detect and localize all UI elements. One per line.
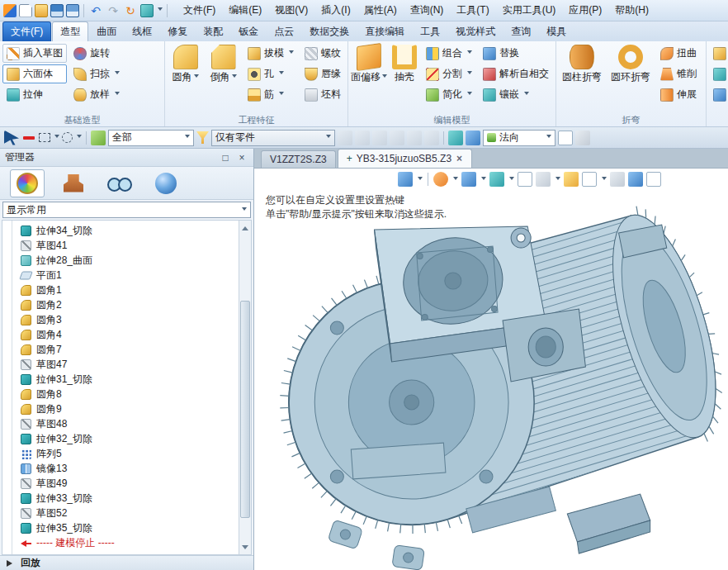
- save-all-icon[interactable]: [66, 4, 79, 17]
- filter-datum-icon[interactable]: [424, 131, 439, 145]
- part-filter-combo[interactable]: 仅有零件: [211, 130, 335, 146]
- new-file-icon[interactable]: [19, 4, 32, 17]
- color-filter-icon[interactable]: [91, 131, 106, 145]
- tree-item[interactable]: 圆角2: [2, 297, 239, 312]
- dropdown-arrow-icon[interactable]: [453, 177, 458, 183]
- panel-restore-icon[interactable]: □: [219, 151, 232, 164]
- tree-item[interactable]: 平面1: [2, 268, 239, 283]
- sweep-button[interactable]: 扫掠: [69, 64, 124, 83]
- loft-button[interactable]: 放样: [69, 85, 124, 104]
- tree-item[interactable]: 拉伸28_曲面: [2, 253, 239, 268]
- torus-bend-button[interactable]: 圆环折弯: [607, 44, 654, 85]
- resolve-selfintersection-button[interactable]: 解析自相交: [479, 64, 553, 83]
- tab-data-exchange[interactable]: 数据交换: [302, 22, 357, 41]
- motor-housing-model[interactable]: [254, 169, 728, 570]
- regen-icon[interactable]: ↻: [123, 4, 138, 17]
- menu-attributes[interactable]: 属性(A): [357, 0, 404, 21]
- normal-mode-combo[interactable]: 法向: [483, 130, 555, 146]
- rib-button[interactable]: 筋: [243, 85, 298, 104]
- grid-toggle-icon[interactable]: [575, 131, 590, 145]
- menu-edit[interactable]: 编辑(E): [222, 0, 268, 21]
- wrap-button[interactable]: 缠绕: [709, 64, 728, 83]
- dropdown-arrow-icon[interactable]: [418, 177, 423, 183]
- perspective-icon[interactable]: [536, 172, 551, 187]
- tree-item[interactable]: 圆角1: [2, 283, 239, 297]
- tab-wireframe[interactable]: 线框: [125, 22, 159, 41]
- tree-item[interactable]: 拉伸31_切除: [2, 372, 239, 387]
- tab-view-manager[interactable]: [149, 169, 183, 197]
- open-file-icon[interactable]: [35, 4, 48, 17]
- cylinder-bend-button[interactable]: 圆柱折弯: [559, 44, 605, 85]
- combine-button[interactable]: 组合: [422, 44, 476, 63]
- tree-item[interactable]: 草图48: [2, 416, 239, 431]
- appearance-icon[interactable]: [433, 172, 448, 187]
- revolve-button[interactable]: 旋转: [69, 44, 124, 63]
- section-view-icon[interactable]: [564, 172, 579, 187]
- menu-tools[interactable]: 工具(T): [450, 0, 495, 21]
- tab-direct-edit[interactable]: 直接编辑: [357, 22, 412, 41]
- menu-view[interactable]: 视图(V): [268, 0, 314, 21]
- filter-face-icon[interactable]: [355, 131, 370, 145]
- filter-curve-icon[interactable]: [390, 131, 404, 145]
- hole-button[interactable]: 孔: [243, 64, 298, 83]
- tree-item[interactable]: 拉伸35_切除: [2, 520, 239, 535]
- background-icon[interactable]: [582, 172, 597, 187]
- more-tools-icon[interactable]: [646, 172, 661, 187]
- playback-bar[interactable]: 回放: [0, 555, 253, 570]
- tree-item[interactable]: 草图47: [2, 357, 239, 372]
- inlay-button[interactable]: 镶嵌: [479, 85, 553, 104]
- tree-item[interactable]: 圆角7: [2, 342, 239, 357]
- tree-item[interactable]: 圆角3: [2, 312, 239, 327]
- scroll-down-icon[interactable]: [239, 543, 251, 554]
- pick-box-icon[interactable]: [39, 133, 50, 142]
- scrollbar-track[interactable]: [239, 232, 251, 543]
- wrap-face-button[interactable]: 缠绕: [709, 85, 728, 104]
- tab-history-manager[interactable]: [10, 169, 45, 197]
- tree-item[interactable]: 草图52: [2, 506, 239, 520]
- menu-file[interactable]: 文件(F): [177, 0, 222, 21]
- tab-sheetmetal[interactable]: 钣金: [231, 22, 266, 41]
- display-mode-icon[interactable]: [489, 172, 504, 187]
- tab-constraint-manager[interactable]: [56, 169, 91, 197]
- twist-button[interactable]: 扭曲: [656, 44, 701, 63]
- tab-assembly[interactable]: 装配: [196, 22, 230, 41]
- box-button[interactable]: 六面体: [2, 64, 67, 83]
- dropdown-arrow-icon[interactable]: [54, 135, 59, 140]
- menu-utilities[interactable]: 实用工具(U): [496, 0, 563, 21]
- dropdown-arrow-icon[interactable]: [481, 177, 486, 183]
- wireframe-icon[interactable]: [518, 172, 532, 187]
- select-arrow-icon[interactable]: [4, 131, 19, 145]
- tree-item[interactable]: 草图41: [2, 238, 239, 253]
- draft-button[interactable]: 拔模: [243, 44, 298, 63]
- menu-help[interactable]: 帮助(H): [608, 0, 655, 21]
- undo-icon[interactable]: ↶: [88, 4, 103, 17]
- document-tab-active[interactable]: + YB3-315juzuoSB5.Z3 ×: [338, 149, 472, 168]
- filter-edge-icon[interactable]: [372, 131, 387, 145]
- tree-filter-combo[interactable]: 显示常用: [2, 202, 251, 218]
- tab-inquire[interactable]: 查询: [503, 22, 538, 41]
- tree-item[interactable]: 拉伸33_切除: [2, 491, 239, 506]
- filter-point-icon[interactable]: [407, 131, 422, 145]
- scrollbar-thumb[interactable]: [240, 301, 250, 518]
- model-viewport[interactable]: 您可以在自定义设置里设置热键 单击"帮助/显示提示"按钮来取消这些提示.: [254, 169, 728, 570]
- divide-button[interactable]: 分割: [422, 64, 476, 83]
- face-offset-button[interactable]: 面偏移: [351, 44, 387, 85]
- taper-button[interactable]: 锥削: [656, 64, 701, 83]
- tree-item[interactable]: 圆角9: [2, 401, 239, 416]
- lip-button[interactable]: 唇缘: [300, 64, 345, 83]
- panel-close-icon[interactable]: ×: [235, 151, 248, 164]
- tree-scrollbar[interactable]: [239, 221, 251, 554]
- tree-item[interactable]: 镜像13: [2, 461, 239, 476]
- edit-sketch-icon[interactable]: [398, 172, 413, 187]
- settings-icon[interactable]: [140, 4, 154, 17]
- extrude-button[interactable]: 拉伸: [2, 85, 67, 104]
- menu-applications[interactable]: 应用(P): [562, 0, 608, 21]
- view-orientation-icon[interactable]: [461, 172, 476, 187]
- thread-button[interactable]: 螺纹: [300, 44, 345, 63]
- tab-visual-style[interactable]: 视觉样式: [448, 22, 503, 41]
- replace-button[interactable]: 替换: [479, 44, 553, 63]
- stretch-button[interactable]: 伸展: [656, 85, 701, 104]
- tab-repair[interactable]: 修复: [160, 22, 195, 41]
- tab-visual-manager[interactable]: [102, 169, 137, 197]
- entity-filter-icon[interactable]: [196, 131, 209, 144]
